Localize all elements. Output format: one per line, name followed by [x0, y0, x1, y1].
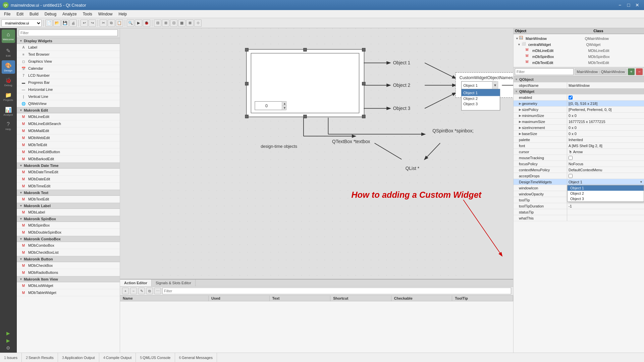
props-focuspolicy-value[interactable]: NoFocus [567, 161, 644, 167]
bottom-tab-app-output[interactable]: 3 Application Output [58, 353, 99, 362]
props-maximumsize-value[interactable]: 16777215 x 16777215 [567, 119, 644, 124]
debug-btn[interactable]: 🐞 Debug [2, 75, 15, 88]
widget-item-label[interactable]: A Label [17, 44, 120, 51]
signals-slots-editor-tab[interactable]: Signals & Slots Editor [152, 280, 196, 286]
canvas-area[interactable]: 0 ▲ ▼ Object 1 Object 2 Object 3 [120, 28, 513, 279]
edit-btn[interactable]: ✎ Edit [2, 46, 15, 59]
props-enabled-value[interactable] [567, 95, 644, 100]
bottom-tab-qmljs-console[interactable]: 5 QML/JS Console [136, 353, 175, 362]
tree-item-mainwindow[interactable]: ▼ 🪟 MainWindow QMainWindow [515, 36, 643, 42]
bottom-tab-issues[interactable]: 1 Issues [0, 353, 22, 362]
props-whatthis-value[interactable] [567, 215, 644, 221]
tb-paste[interactable]: 📋 [116, 19, 123, 27]
tb-adjust[interactable]: ⊹ [194, 19, 202, 27]
props-row-tooltipduration[interactable]: toolTipDuration -1 [514, 203, 644, 209]
props-add-btn[interactable]: + [628, 68, 635, 75]
props-sizeincrement-value[interactable]: 0 x 0 [567, 125, 644, 130]
widget-item-mdblistwidget[interactable]: M MDbListWidget [17, 282, 120, 289]
widget-item-mdbmailedit[interactable]: M MDbMailEdit [17, 127, 120, 134]
menu-debug[interactable]: Debug [42, 11, 59, 17]
minimize-button[interactable]: − [616, 2, 624, 8]
menu-analyze[interactable]: Analyze [60, 11, 79, 17]
widget-item-mdblineedit[interactable]: M MDbLineEdit [17, 113, 120, 120]
props-row-mousetracking[interactable]: mouseTracking [514, 155, 644, 161]
widget-item-mdblabel[interactable]: M MDbLabel [17, 209, 120, 216]
props-statustip-value[interactable] [567, 209, 644, 215]
props-sizepolicy-value[interactable]: [Preferred, Preferred, 0, 0] [567, 107, 644, 112]
menu-build[interactable]: Build [27, 11, 41, 17]
acceptdrops-checkbox[interactable] [569, 174, 573, 178]
menu-file[interactable]: File [1, 11, 13, 17]
props-mousetracking-value[interactable] [567, 155, 644, 161]
props-row-basesize[interactable]: ▶baseSize 0 x 0 [514, 131, 644, 137]
tb-cut[interactable]: ✂ [100, 19, 107, 27]
build-btn[interactable]: ⚙ [2, 345, 15, 351]
category-makronik-button[interactable]: ▼ Makronik Button [17, 256, 120, 262]
widget-filter-input[interactable] [19, 29, 118, 36]
props-designtimewidgets-value[interactable]: Object 1 ▼ Object 1 Object 2 Object 3 [567, 179, 644, 185]
props-cursor-value[interactable]: 🖱 Arrow [567, 149, 644, 155]
ae-new-btn[interactable]: + [122, 288, 129, 294]
help-sidebar-btn[interactable]: ? Help [2, 119, 15, 133]
category-makronik-itemview[interactable]: ▼ Makronik Item View [17, 276, 120, 282]
tb-run[interactable]: ▶ [135, 19, 142, 27]
action-editor-tab[interactable]: Action Editor [120, 280, 152, 286]
props-basesize-value[interactable]: 0 x 0 [567, 131, 644, 136]
props-row-font[interactable]: font A [MS Shell Dlg 2, 8] [514, 143, 644, 149]
tb-layout-d[interactable]: ⊠ [186, 19, 194, 27]
tb-redo[interactable]: ↪ [89, 19, 96, 27]
tb-new[interactable]: 📄 [45, 19, 53, 27]
maximize-button[interactable]: □ [625, 2, 633, 8]
props-palette-value[interactable]: Inherited [567, 137, 644, 142]
tb-layout-v[interactable]: ⊞ [162, 19, 169, 27]
category-makronik-edit[interactable]: ▼ Makronik Edit [17, 107, 120, 113]
tb-undo[interactable]: ↩ [80, 19, 88, 27]
tb-save[interactable]: 💾 [61, 19, 69, 27]
widget-item-mdbspinbox[interactable]: M MDbSpinBox [17, 222, 120, 229]
props-objectname-value[interactable]: MainWindow [567, 82, 644, 88]
category-makronik-datetime[interactable]: ▼ Makronik Date Time [17, 163, 120, 169]
props-row-enabled[interactable]: enabled [514, 95, 644, 101]
props-acceptdrops-value[interactable] [567, 173, 644, 179]
widget-item-mdbbarkodedit[interactable]: M MDbBarkodEdit [17, 156, 120, 163]
category-makronik-label[interactable]: ▼ Makronik Label [17, 203, 120, 209]
projects-btn[interactable]: 📁 Projects [2, 90, 15, 103]
bottom-tab-general-messages[interactable]: 6 General Messages [175, 353, 217, 362]
tree-item-centralwidget[interactable]: ▼ ⬜ centralWidget QWidget [515, 42, 643, 48]
props-filter-input[interactable] [515, 68, 574, 75]
debug-run-btn[interactable]: ▶ [2, 337, 15, 344]
widget-item-mdbdoublespinbox[interactable]: M MDbDoubleSpinBox [17, 229, 120, 236]
widget-item-textbrowser[interactable]: ≡ Text Browser [17, 51, 120, 58]
tb-copy[interactable]: ⧉ [108, 19, 115, 27]
file-selector[interactable]: mainwindow.ui [1, 19, 42, 27]
widget-item-mdbcheckboxlist[interactable]: M MDbCheckBoxList [17, 249, 120, 256]
props-row-minimumsize[interactable]: ▶minimumSize 0 x 0 [514, 113, 644, 119]
props-row-designtimewidgets[interactable]: DesignTimeWidgets Object 1 ▼ Object 1 Ob… [514, 179, 644, 185]
analyze-sidebar-btn[interactable]: 📊 Analyze [2, 105, 15, 118]
menu-edit[interactable]: Edit [14, 11, 26, 17]
widget-item-mdbtextedit[interactable]: M MDbTextEdit [17, 196, 120, 203]
enabled-checkbox[interactable] [569, 96, 573, 100]
props-tooltipduration-value[interactable]: -1 [567, 203, 644, 209]
tree-item-mdblineedit[interactable]: M mDbLineEdit MDbLineEdit [515, 48, 643, 54]
props-row-contextmenupolicy[interactable]: contextMenuPolicy DefaultContextMenu [514, 167, 644, 173]
category-makronik-spinbox[interactable]: ▼ Makronik SpinBox [17, 216, 120, 222]
tb-layout-f[interactable]: ▦ [178, 19, 185, 27]
widget-item-progressbar[interactable]: ▬ Progress Bar [17, 79, 120, 86]
design-btn[interactable]: 🎨 Design [2, 60, 15, 74]
ae-delete-btn[interactable]: − [130, 288, 137, 294]
close-button[interactable]: ✕ [633, 2, 641, 8]
widget-item-mdblineEditsearch[interactable]: M MDbLineEditSearch [17, 120, 120, 127]
widget-item-calendar[interactable]: 📅 Calendar [17, 65, 120, 72]
widget-item-mdbwebedit[interactable]: M MDbWebEdit [17, 134, 120, 141]
tb-layout-h[interactable]: ⊟ [154, 19, 161, 27]
tree-item-mdbtextedit[interactable]: M mDbTextEdit MDbTextEdit [515, 60, 643, 66]
widget-item-mdblineeditbutton[interactable]: M MDbLineEditButton [17, 148, 120, 156]
category-display-widgets[interactable]: ▼ Display Widgets [17, 38, 120, 44]
widget-item-mdbradiobuttons[interactable]: M MDbRadioButtons [17, 269, 120, 276]
widget-item-mdbcombobox[interactable]: M MDbComboBox [17, 242, 120, 249]
menu-help[interactable]: Help [116, 11, 130, 17]
widget-item-mdbdatetimeedit[interactable]: M MDbDateTimeEdit [17, 169, 120, 176]
dt-option-2[interactable]: Object 2 [568, 191, 644, 196]
dt-option-1[interactable]: Object 1 [568, 185, 644, 191]
